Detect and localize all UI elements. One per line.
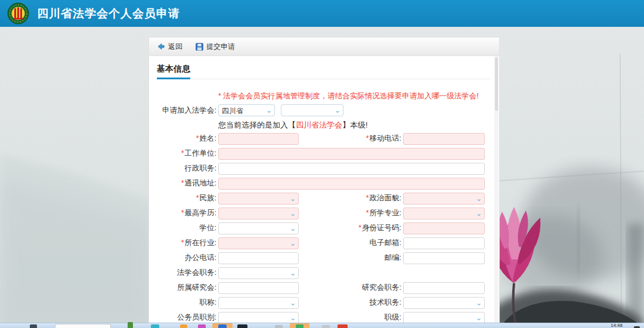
chevron-down-icon: ⌄: [290, 209, 296, 219]
civil-servant-category-select-label: 公务员职别:: [149, 312, 216, 323]
province-select[interactable]: 四川省 ⌄: [218, 104, 275, 116]
required-marker: *: [196, 194, 199, 202]
chevron-down-icon: ⌄: [290, 239, 296, 249]
required-marker: *: [358, 224, 361, 232]
degree-select-label: 学位:: [149, 223, 216, 233]
work-unit-input[interactable]: [218, 148, 485, 160]
mailing-address-input-label: *通讯地址:: [149, 178, 216, 188]
law-society-position-select[interactable]: ⌄: [218, 267, 299, 279]
chevron-down-icon: ⌄: [266, 106, 272, 116]
back-button-label: 返回: [168, 42, 182, 52]
required-marker: *: [181, 179, 184, 187]
law-society-position-select-label: 法学会职务:: [149, 268, 216, 278]
taskbar-clock: 14:48: [611, 323, 623, 328]
chevron-down-icon: ⌄: [476, 298, 482, 308]
form-row: 学位:⌄*身份证号码:: [149, 221, 499, 236]
ethnicity-select[interactable]: ⌄: [218, 193, 299, 205]
start-button[interactable]: [30, 324, 37, 328]
taskbar-app-gray[interactable]: [275, 325, 283, 328]
chevron-down-icon: ⌄: [290, 298, 296, 308]
toolbar: 返回 提交申请: [149, 38, 499, 56]
taskbar-app-orange[interactable]: [180, 324, 187, 328]
join-society-label: 申请加入法学会:: [149, 106, 216, 116]
political-status-select-label: *政治面貌:: [299, 193, 401, 203]
degree-select[interactable]: ⌄: [218, 222, 299, 234]
chevron-down-icon: ⌄: [476, 209, 482, 219]
name-input-label: *姓名:: [149, 134, 216, 144]
chevron-down-icon: ⌄: [290, 268, 296, 279]
email-input[interactable]: [403, 237, 485, 249]
territorial-notice: * 法学会会员实行属地管理制度，请结合实际情况选择要申请加入哪一级法学会!: [218, 91, 499, 101]
civil-servant-category-select[interactable]: ⌄: [218, 312, 299, 324]
id-number-input[interactable]: [403, 222, 485, 234]
form-row: 法学会职务:⌄: [149, 265, 499, 280]
scrollbar-thumb[interactable]: [495, 57, 498, 111]
form-row: *所在行业:⌄电子邮箱:: [149, 236, 499, 250]
chevron-down-icon: ⌄: [290, 313, 296, 323]
form-panel: 返回 提交申请 基本信息 * 法学会会员实行属地管理制度，请结合实际情况选择要申…: [148, 37, 500, 328]
form-rows: *姓名:*移动电话:*工作单位:行政职务:*通讯地址:*民族:⌄*政治面貌:⌄*…: [149, 131, 499, 328]
research-society-input-label: 所属研究会:: [149, 283, 216, 293]
work-unit-input-label: *工作单位:: [149, 148, 216, 159]
taskbar-app-red[interactable]: [338, 324, 348, 328]
taskbar[interactable]: 14:48: [0, 323, 644, 328]
province-select-value: 四川省: [222, 107, 243, 115]
postal-code-input[interactable]: [403, 252, 485, 264]
political-status-select[interactable]: ⌄: [403, 193, 485, 205]
required-marker: *: [366, 209, 369, 217]
submit-button-label: 提交申请: [206, 42, 235, 52]
chevron-down-icon: ⌄: [476, 194, 482, 204]
rank-select[interactable]: ⌄: [403, 312, 485, 324]
office-phone-input[interactable]: [218, 252, 299, 264]
mailing-address-input[interactable]: [218, 178, 485, 190]
name-input[interactable]: [218, 133, 299, 145]
admin-position-input[interactable]: [218, 163, 485, 175]
major-select-label: *所学专业:: [299, 208, 401, 218]
taskbar-app-blue-highlighted[interactable]: [218, 324, 227, 328]
highest-education-select-label: *最高学历:: [149, 208, 216, 218]
taskbar-search-box[interactable]: [55, 324, 111, 328]
form-row: 办公电话:邮编:: [149, 250, 499, 265]
industry-select[interactable]: ⌄: [218, 237, 299, 249]
taskbar-app-navy[interactable]: [237, 324, 247, 328]
back-button[interactable]: 返回: [157, 42, 182, 52]
chevron-down-icon: ⌄: [335, 106, 340, 116]
required-marker: *: [181, 239, 184, 247]
major-select[interactable]: ⌄: [403, 208, 485, 219]
section-header: 基本信息: [157, 63, 491, 79]
taskbar-plant[interactable]: [128, 322, 133, 328]
form-row: *最高学历:⌄*所学专业:⌄: [149, 206, 499, 221]
taskbar-app-teal[interactable]: [151, 324, 159, 328]
current-selection-society: 四川省法学会: [296, 120, 342, 129]
ethnicity-select-label: *民族:: [149, 193, 216, 203]
highest-education-select[interactable]: ⌄: [218, 208, 299, 219]
screen: 四川省法学会个人会员申请 返回 提交申请 基本信息 * 法学会会员实: [0, 0, 644, 328]
mobile-phone-input[interactable]: [403, 133, 485, 145]
current-selection-prefix: 您当前选择的是加入【: [218, 120, 296, 129]
required-marker: *: [181, 149, 184, 157]
taskbar-app-green-highlighted[interactable]: [296, 324, 304, 328]
rank-select-label: 职级:: [299, 312, 401, 323]
research-society-input[interactable]: [218, 282, 299, 294]
panel-scrollbar[interactable]: [494, 56, 499, 328]
section-title: 基本信息: [157, 64, 190, 79]
research-society-position-input[interactable]: [403, 282, 485, 294]
submit-application-button[interactable]: 提交申请: [196, 42, 235, 52]
taskbar-app-magenta[interactable]: [198, 324, 206, 328]
technical-position-select-label: 技术职务:: [299, 298, 401, 308]
required-marker: *: [366, 194, 369, 202]
form-row: 职称:⌄技术职务:⌄: [149, 295, 499, 310]
research-society-position-input-label: 研究会职务:: [299, 283, 401, 293]
required-marker: *: [366, 134, 369, 143]
taskbar-app-silver[interactable]: [322, 325, 330, 328]
chevron-down-icon: ⌄: [290, 224, 296, 234]
save-disk-icon: [196, 43, 203, 51]
form-row: *通讯地址:: [149, 176, 499, 191]
professional-title-select[interactable]: ⌄: [218, 297, 299, 309]
form-row: 所属研究会:研究会职务:: [149, 280, 499, 295]
city-select[interactable]: ⌄: [281, 104, 343, 116]
chevron-down-icon: ⌄: [290, 194, 296, 204]
office-phone-input-label: 办公电话:: [149, 253, 216, 263]
email-input-label: 电子邮箱:: [299, 238, 401, 248]
technical-position-select[interactable]: ⌄: [403, 297, 485, 309]
